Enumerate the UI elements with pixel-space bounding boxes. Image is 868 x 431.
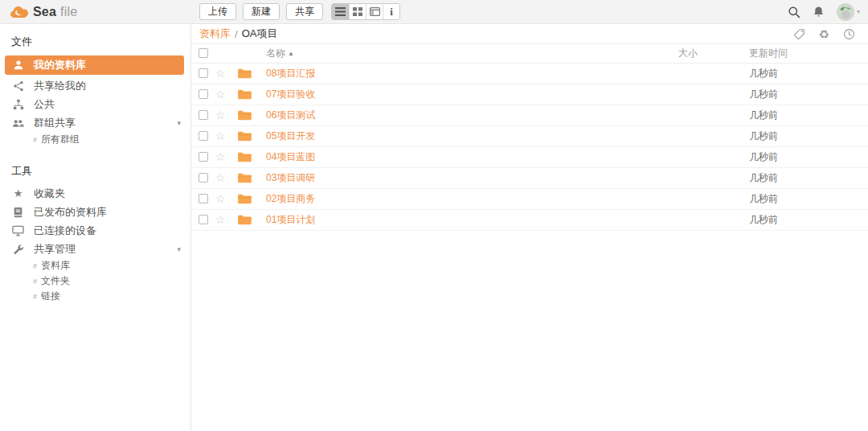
folder-name-link[interactable]: 03项目调研 (266, 172, 315, 183)
table-row: ☆ 01项目计划 几秒前 (191, 209, 868, 230)
sidebar-item-share-admin[interactable]: 共享管理 ▾ (0, 240, 190, 258)
sidebar-item-published-libraries[interactable]: 已发布的资料库 (0, 203, 190, 221)
modified-time: 几秒前 (749, 105, 868, 125)
new-button[interactable]: 新建 (243, 3, 280, 20)
sort-ascending-icon: ▲ (288, 50, 294, 57)
size-column-header: 大小 (678, 44, 749, 63)
file-toolbar: 上传 新建 共享 (191, 3, 400, 20)
subitem-marker-icon: # (33, 293, 37, 301)
detail-view-icon (370, 7, 380, 16)
devices-icon (11, 225, 25, 236)
sidebar-item-shared-with-me[interactable]: 共享给我的 (0, 76, 190, 95)
folder-actions: ♻ (793, 28, 855, 40)
folder-name-link[interactable]: 02项目商务 (266, 193, 315, 204)
row-checkbox[interactable] (199, 110, 208, 120)
topbar-right: ▾ (788, 3, 868, 21)
search-button[interactable] (788, 6, 800, 18)
breadcrumb: 资料库 / OA项目 ♻ (191, 24, 868, 44)
sidebar: 文件 我的资料库 共享给我的 公共 (0, 24, 191, 430)
sidebar-item-label: 我的资料库 (34, 58, 86, 72)
sidebar-subitem-label: 文件夹 (41, 274, 70, 288)
collapse-caret-icon[interactable]: ▾ (177, 119, 181, 127)
sidebar-item-label: 公共 (34, 97, 55, 112)
trash-button[interactable]: ♻ (819, 28, 829, 40)
seafile-logo[interactable]: Seafile (0, 5, 191, 19)
favorite-star-icon[interactable]: ☆ (215, 150, 226, 163)
detail-view-button[interactable] (366, 4, 383, 19)
file-size (678, 146, 749, 167)
folder-name-link[interactable]: 04项目蓝图 (266, 151, 315, 162)
history-button[interactable] (843, 28, 855, 40)
account-menu[interactable]: ▾ (837, 3, 860, 21)
sort-by-name-button[interactable]: 名称 ▲ (266, 47, 294, 60)
favorite-star-icon[interactable]: ☆ (215, 192, 226, 205)
table-row: ☆ 04项目蓝图 几秒前 (191, 146, 868, 167)
sidebar-item-label: 群组共享 (34, 116, 76, 130)
info-button[interactable]: i (383, 4, 399, 19)
sidebar-item-label: 共享给我的 (34, 79, 86, 93)
folder-icon (237, 151, 266, 162)
brand-name-light: file (60, 5, 77, 19)
table-row: ☆ 07项目验收 几秒前 (191, 84, 868, 105)
collapse-caret-icon[interactable]: ▾ (177, 245, 181, 253)
grid-view-button[interactable] (349, 4, 366, 19)
subitem-marker-icon: # (33, 262, 37, 270)
file-size (678, 209, 749, 230)
bell-icon (813, 6, 825, 18)
published-library-icon (11, 207, 25, 218)
select-all-checkbox[interactable] (199, 48, 208, 58)
file-size (678, 105, 749, 125)
row-checkbox[interactable] (199, 194, 208, 203)
breadcrumb-current: OA项目 (242, 27, 278, 41)
folder-name-link[interactable]: 01项目计划 (266, 214, 315, 225)
sidebar-item-my-libraries[interactable]: 我的资料库 (5, 55, 184, 75)
groups-icon (11, 117, 25, 129)
sidebar-subitem-links[interactable]: # 链接 (0, 289, 190, 304)
favorite-star-icon[interactable]: ☆ (215, 171, 226, 184)
row-checkbox[interactable] (199, 89, 208, 99)
sidebar-item-label: 收藏夹 (34, 187, 65, 201)
folder-name-link[interactable]: 08项目汇报 (266, 68, 315, 79)
notifications-button[interactable] (813, 6, 825, 18)
file-size (678, 167, 749, 188)
list-view-button[interactable] (332, 4, 349, 19)
row-checkbox[interactable] (199, 68, 208, 78)
folder-name-link[interactable]: 05项目开发 (266, 130, 315, 142)
favorite-star-icon[interactable]: ☆ (215, 88, 226, 101)
row-checkbox[interactable] (199, 131, 208, 141)
share-button[interactable]: 共享 (286, 3, 323, 20)
breadcrumb-root-link[interactable]: 资料库 (199, 27, 231, 41)
sidebar-section-files: 文件 (0, 27, 190, 55)
favorite-star-icon[interactable]: ☆ (215, 213, 226, 226)
favorite-star-icon[interactable]: ☆ (215, 109, 226, 121)
row-checkbox[interactable] (199, 152, 208, 162)
file-size (678, 63, 749, 84)
folder-name-link[interactable]: 07项目验收 (266, 88, 315, 100)
sidebar-item-public[interactable]: 公共 (0, 95, 190, 113)
folder-name-link[interactable]: 06项目测试 (266, 109, 315, 121)
tags-button[interactable] (793, 28, 805, 40)
row-checkbox[interactable] (199, 215, 208, 224)
favorite-star-icon[interactable]: ☆ (215, 129, 226, 142)
upload-button[interactable]: 上传 (199, 3, 236, 20)
sidebar-subitem-libraries[interactable]: # 资料库 (0, 258, 190, 273)
file-size (678, 188, 749, 209)
info-icon: i (390, 6, 393, 18)
sidebar-subitem-folders[interactable]: # 文件夹 (0, 273, 190, 289)
star-icon: ★ (11, 188, 25, 199)
favorite-star-icon[interactable]: ☆ (215, 67, 226, 80)
table-row: ☆ 06项目测试 几秒前 (191, 105, 868, 125)
sidebar-subitem-all-groups[interactable]: # 所有群组 (0, 132, 190, 147)
clock-icon (843, 28, 855, 40)
folder-icon (237, 172, 266, 183)
grid-view-icon (353, 7, 362, 16)
sidebar-subitem-label: 所有群组 (41, 133, 80, 146)
sidebar-item-group-shares[interactable]: 群组共享 ▾ (0, 113, 190, 132)
folder-icon (237, 193, 266, 204)
modified-time: 几秒前 (749, 84, 868, 105)
subitem-marker-icon: # (33, 277, 37, 285)
sidebar-item-linked-devices[interactable]: 已连接的设备 (0, 221, 190, 240)
seafile-app: Seafile 上传 新建 共享 (0, 0, 868, 430)
sidebar-item-favorites[interactable]: ★ 收藏夹 (0, 184, 190, 203)
row-checkbox[interactable] (199, 173, 208, 183)
